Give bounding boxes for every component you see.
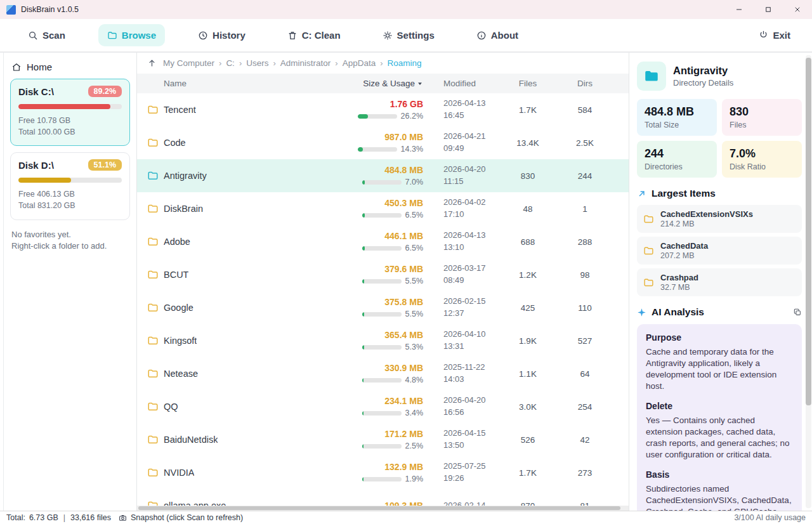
usage-bar (362, 345, 402, 350)
ai-section-basis: Basis Subdirectories named CachedExtensi… (646, 469, 793, 511)
breadcrumb-item-roaming[interactable]: Roaming (388, 58, 422, 68)
minimize-button[interactable] (724, 0, 754, 19)
row-dirs: 244 (556, 171, 613, 181)
usage-percent: 2.5% (405, 442, 424, 450)
nav-item-browse[interactable]: Browse (98, 24, 165, 46)
breadcrumb-item-my-computer[interactable]: My Computer (163, 58, 214, 68)
nav-item-label: C: Clean (302, 30, 341, 41)
ai-section-body: Yes — Contains only cached extension pac… (646, 415, 793, 461)
column-header-modified[interactable]: Modified (423, 79, 499, 88)
row-name: Adobe (164, 237, 190, 247)
stat-label: Disk Ratio (730, 162, 794, 171)
table-row-tencent[interactable]: Tencent 1.76 GB26.2% 2026-04-13 16:45 1.… (137, 93, 629, 126)
table-header: Name Size & Usage Modified Files Dirs (137, 74, 629, 93)
breadcrumb-item-c[interactable]: C: (226, 58, 235, 68)
vertical-scrollbar[interactable] (806, 55, 811, 508)
largest-item-name: CachedData (660, 241, 708, 251)
table-row-bcut[interactable]: BCUT 379.6 MB5.5% 2026-03-17 08:49 1.2K … (137, 258, 629, 291)
row-files: 1.7K (499, 105, 556, 115)
window-title: DiskBrain v1.0.5 (21, 5, 79, 14)
nav-item-scan[interactable]: Scan (19, 24, 74, 46)
row-dirs: 2.5K (556, 138, 613, 148)
sort-desc-icon (415, 79, 423, 88)
trash-icon (287, 30, 298, 41)
row-time: 09:49 (443, 143, 499, 155)
breadcrumb-item-appdata[interactable]: AppData (343, 58, 376, 68)
nav-item-label: History (213, 30, 246, 41)
table-row-netease[interactable]: Netease 330.9 MB4.8% 2025-11-22 14:03 1.… (137, 357, 629, 390)
nav-item-history[interactable]: History (189, 24, 254, 46)
stat-directories: 244 Directories (637, 141, 717, 178)
title-bar: DiskBrain v1.0.5 (0, 0, 812, 19)
nav-item-settings[interactable]: Settings (374, 24, 443, 46)
folder-icon (147, 335, 159, 346)
folder-icon (147, 236, 159, 247)
horizontal-scrollbar[interactable] (137, 506, 629, 511)
nav-item-about[interactable]: About (468, 24, 527, 46)
nav-item-label: Browse (122, 30, 156, 41)
folder-icon (643, 246, 654, 256)
breadcrumb-item-administrator[interactable]: Administrator (280, 58, 331, 68)
sidebar-item-home[interactable]: Home (10, 59, 130, 79)
largest-item-cacheddata[interactable]: CachedData207.2 MB (637, 237, 802, 265)
breadcrumb: My Computer›C:›Users›Administrator›AppDa… (163, 58, 422, 68)
gear-icon (383, 30, 393, 41)
row-time: 13:50 (443, 440, 499, 452)
largest-item-crashpad[interactable]: Crashpad32.7 MB (637, 268, 802, 296)
row-date: 2026-04-20 (443, 164, 499, 176)
row-size: 450.3 MB (384, 198, 423, 208)
disk-card-disk-c[interactable]: Disk C:\ 89.2% Free 10.78 GBTotal 100.00… (10, 79, 130, 146)
usage-bar (362, 246, 402, 251)
breadcrumb-item-users[interactable]: Users (246, 58, 268, 68)
column-header-files[interactable]: Files (499, 79, 556, 88)
column-header-size[interactable]: Size & Usage (328, 79, 423, 88)
table-row-adobe[interactable]: Adobe 446.1 MB6.5% 2026-04-13 13:10 688 … (137, 225, 629, 258)
snapshot-label[interactable]: Snapshot (click Scan to refresh) (131, 513, 243, 522)
table-row-antigravity[interactable]: Antigravity 484.8 MB7.0% 2026-04-20 11:1… (137, 159, 629, 192)
row-time: 16:56 (443, 407, 499, 419)
usage-bar (362, 213, 402, 218)
table-row-qq[interactable]: QQ 234.1 MB3.4% 2026-04-20 16:56 3.0K 25… (137, 390, 629, 423)
column-header-name[interactable]: Name (137, 79, 328, 88)
row-name: NVIDIA (164, 468, 194, 478)
table-row-diskbrain[interactable]: DiskBrain 450.3 MB6.5% 2026-04-02 17:10 … (137, 192, 629, 225)
disk-free: Free 10.78 GB (18, 115, 70, 126)
column-header-dirs[interactable]: Dirs (556, 79, 613, 88)
maximize-button[interactable] (754, 0, 783, 19)
table-row-code[interactable]: Code 987.0 MB14.3% 2026-04-21 09:49 13.4… (137, 126, 629, 159)
row-name: Netease (164, 369, 198, 379)
folder-icon (147, 467, 159, 478)
usage-bar (362, 180, 402, 185)
usage-percent: 7.0% (405, 178, 424, 187)
largest-item-name: Crashpad (660, 273, 698, 282)
row-time: 08:49 (443, 275, 499, 287)
close-button[interactable] (783, 0, 812, 19)
disk-total: Total 831.20 GB (18, 200, 75, 211)
power-icon (759, 30, 768, 41)
exit-button[interactable]: Exit (759, 30, 793, 41)
disk-usage-bar (18, 178, 122, 183)
row-time: 13:31 (443, 341, 499, 353)
usage-bar (362, 279, 402, 284)
table-row-baidunetdisk[interactable]: BaiduNetdisk 171.2 MB2.5% 2026-04-15 13:… (137, 423, 629, 456)
row-files: 1.2K (499, 270, 556, 280)
table-row-kingsoft[interactable]: Kingsoft 365.4 MB5.3% 2026-04-10 13:31 1… (137, 324, 629, 357)
up-directory-button[interactable] (147, 58, 157, 68)
ai-section-delete: Delete Yes — Contains only cached extens… (646, 401, 793, 461)
folder-icon (147, 434, 159, 445)
row-size: 484.8 MB (384, 165, 423, 175)
row-dirs: 273 (556, 468, 613, 478)
largest-item-size: 32.7 MB (660, 283, 698, 292)
copy-button[interactable] (793, 308, 802, 317)
largest-item-cachedextensionvsixs[interactable]: CachedExtensionVSIXs214.2 MB (637, 205, 802, 233)
disk-card-disk-d[interactable]: Disk D:\ 51.1% Free 406.13 GBTotal 831.2… (10, 152, 130, 219)
vertical-scrollbar-thumb[interactable] (806, 58, 811, 405)
table-row-google[interactable]: Google 375.8 MB5.5% 2026-02-15 12:37 425… (137, 291, 629, 324)
nav-item-c-clean[interactable]: C: Clean (278, 24, 350, 46)
largest-item-size: 214.2 MB (660, 219, 753, 228)
horizontal-scrollbar-thumb[interactable] (138, 506, 620, 510)
row-name: DiskBrain (164, 204, 203, 214)
usage-percent: 5.3% (405, 343, 424, 351)
table-row-nvidia[interactable]: NVIDIA 132.9 MB1.9% 2025-07-25 19:26 1.7… (137, 456, 629, 489)
nav-item-label: Settings (397, 30, 435, 41)
